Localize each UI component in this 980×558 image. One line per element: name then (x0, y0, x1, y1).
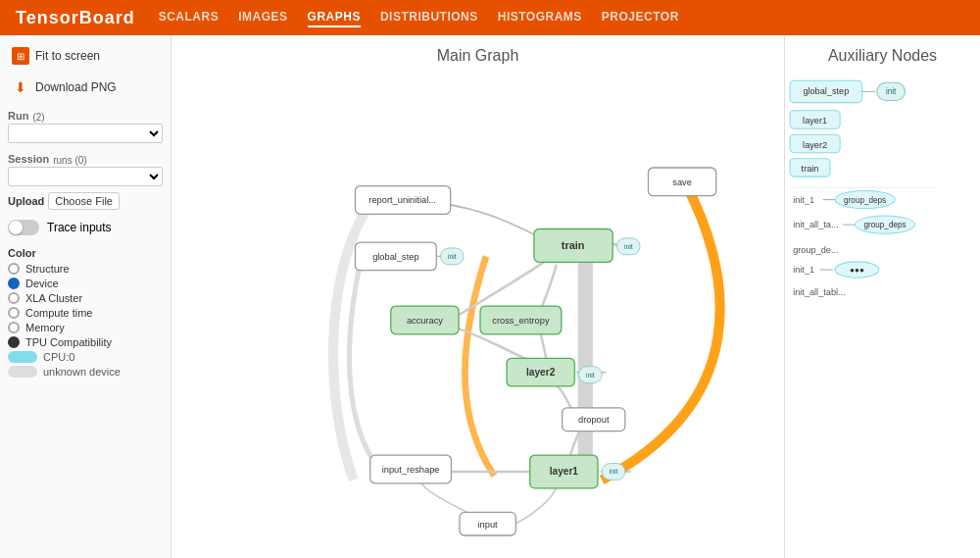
svg-text:init: init (448, 253, 457, 260)
global-step-label: global_step (372, 252, 418, 262)
toggle-knob (9, 221, 23, 234)
main-graph-svg[interactable]: save report_uninitial... global_step ini… (172, 73, 784, 556)
session-label: Session (8, 153, 49, 165)
cross-entropy-label: cross_entropy (492, 316, 550, 326)
svg-text:init_1: init_1 (793, 195, 814, 205)
nav-histograms[interactable]: HISTOGRAMS (498, 8, 582, 27)
download-png-label: Download PNG (35, 80, 117, 94)
upload-label: Upload (8, 195, 44, 207)
fit-to-screen-label: Fit to screen (35, 49, 100, 63)
brand-logo: TensorBoard (16, 8, 135, 28)
input-label: input (478, 520, 499, 530)
run-section: Run (2) (8, 110, 163, 143)
fit-screen-icon: ⊞ (12, 47, 29, 65)
trace-inputs-toggle[interactable] (8, 220, 39, 235)
nav-scalars[interactable]: SCALARS (159, 8, 220, 27)
color-structure-option[interactable]: Structure (8, 263, 163, 275)
svg-text:init: init (610, 469, 618, 476)
structure-radio (8, 263, 20, 275)
unknown-color-pill (8, 366, 37, 378)
device-label: Device (25, 278, 59, 289)
accuracy-label: accuracy (407, 316, 443, 326)
train-label: train (562, 239, 585, 251)
main-graph-panel: Main Graph (172, 35, 784, 558)
svg-text:init_all_tabl...: init_all_tabl... (793, 287, 846, 297)
svg-text:●●●: ●●● (850, 266, 864, 275)
svg-text:init_all_ta...: init_all_ta... (793, 220, 838, 229)
cpu-color-pill (8, 351, 37, 363)
svg-text:group_de...: group_de... (793, 245, 838, 255)
svg-text:group_deps: group_deps (844, 196, 886, 205)
svg-text:layer1: layer1 (803, 116, 827, 126)
nav-images[interactable]: IMAGES (238, 8, 287, 27)
color-compute-option[interactable]: Compute time (8, 307, 163, 319)
trace-inputs-row: Trace inputs (8, 220, 163, 235)
layer1-label: layer1 (550, 466, 579, 477)
aux-title: Auxiliary Nodes (785, 35, 980, 65)
session-select[interactable] (8, 167, 163, 186)
color-section: Color Structure Device XLA Cluster Compu… (8, 247, 163, 380)
compute-label: Compute time (25, 307, 92, 319)
content-area: Main Graph (172, 35, 980, 558)
compute-radio (8, 307, 20, 319)
run-label: Run (8, 110, 28, 122)
svg-text:train: train (802, 164, 819, 174)
run-select[interactable] (8, 124, 163, 143)
topbar: TensorBoard SCALARS IMAGES GRAPHS DISTRI… (0, 0, 980, 35)
dropout-label: dropout (578, 415, 610, 425)
svg-text:global_step: global_step (803, 86, 849, 96)
svg-text:init: init (886, 87, 897, 96)
svg-text:init_1: init_1 (793, 265, 814, 275)
fit-to-screen-button[interactable]: ⊞ Fit to screen (8, 43, 163, 69)
aux-graph-svg: global_step init layer1 layer2 train i (785, 73, 980, 556)
svg-text:group_deps: group_deps (864, 221, 906, 229)
main-layout: ⊞ Fit to screen ⬇ Download PNG Run (2) S… (0, 35, 980, 558)
session-runs: runs (0) (53, 155, 86, 166)
run-count: (2) (32, 112, 44, 123)
color-memory-option[interactable]: Memory (8, 322, 163, 333)
input-reshape-label: input_reshape (382, 465, 440, 475)
device-radio (8, 278, 20, 289)
cpu-legend-label: CPU:0 (43, 351, 74, 363)
layer2-label: layer2 (526, 367, 556, 378)
report-uninitial-label: report_uninitial... (368, 195, 436, 205)
download-icon: ⬇ (12, 78, 29, 96)
structure-label: Structure (25, 263, 70, 275)
choose-file-button[interactable]: Choose File (48, 192, 120, 210)
svg-text:init: init (586, 372, 595, 379)
xla-radio (8, 292, 20, 304)
svg-text:init: init (624, 243, 633, 250)
cpu-legend: CPU:0 (8, 351, 163, 363)
color-title: Color (8, 247, 163, 259)
tpu-radio (8, 336, 20, 348)
save-node-label: save (672, 178, 692, 187)
tpu-label: TPU Compatibility (25, 336, 112, 348)
nav-graphs[interactable]: GRAPHS (308, 8, 361, 27)
download-png-button[interactable]: ⬇ Download PNG (8, 75, 163, 100)
unknown-device-legend: unknown device (8, 366, 163, 378)
upload-section: Upload Choose File (8, 192, 163, 210)
memory-label: Memory (25, 322, 65, 333)
main-graph-title: Main Graph (172, 35, 784, 65)
session-section: Session runs (0) (8, 153, 163, 186)
auxiliary-nodes-panel: Auxiliary Nodes global_step init layer1 … (784, 35, 980, 558)
color-device-option[interactable]: Device (8, 278, 163, 289)
main-nav: SCALARS IMAGES GRAPHS DISTRIBUTIONS HIST… (159, 8, 679, 27)
nav-projector[interactable]: PROJECTOR (602, 8, 679, 27)
color-tpu-option[interactable]: TPU Compatibility (8, 336, 163, 348)
memory-radio (8, 322, 20, 333)
color-xla-option[interactable]: XLA Cluster (8, 292, 163, 304)
nav-distributions[interactable]: DISTRIBUTIONS (380, 8, 478, 27)
sidebar: ⊞ Fit to screen ⬇ Download PNG Run (2) S… (0, 35, 172, 558)
svg-text:layer2: layer2 (803, 140, 827, 150)
unknown-legend-label: unknown device (43, 366, 121, 378)
trace-inputs-label: Trace inputs (47, 221, 112, 234)
xla-label: XLA Cluster (25, 292, 82, 304)
